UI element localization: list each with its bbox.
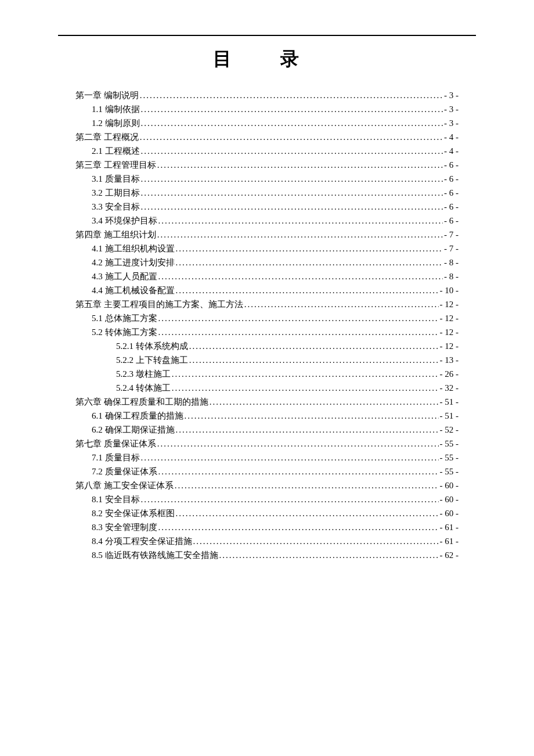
toc-leader-dots (172, 381, 439, 395)
toc-entry-label: 6.2 确保工期保证措施 (92, 423, 175, 437)
page-title: 目 录 (58, 46, 476, 72)
toc-entry-label: 5.2 转体施工方案 (92, 325, 157, 339)
toc-entry-label: 4.1 施工组织机构设置 (92, 242, 175, 255)
toc-entry-label: 7.2 质量保证体系 (92, 465, 157, 478)
toc-entry: 4.4 施工机械设备配置- 10 - (75, 283, 459, 297)
toc-entry: 8.5 临近既有铁路线施工安全措施- 62 - (75, 548, 459, 562)
toc-entry-label: 第二章 工程概况 (75, 130, 139, 144)
toc-entry-label: 第六章 确保工程质量和工期的措施 (75, 395, 208, 409)
toc-entry: 1.2 编制原则- 3 - (75, 116, 459, 130)
toc-leader-dots (158, 311, 439, 325)
toc-entry-label: 6.1 确保工程质量的措施 (92, 409, 183, 423)
toc-entry-page: - 6 - (444, 158, 459, 172)
toc-leader-dots (141, 116, 443, 130)
toc-entry-page: - 6 - (444, 200, 459, 214)
toc-entry: 4.1 施工组织机构设置- 7 - (75, 242, 459, 255)
toc-entry: 8.4 分项工程安全保证措施- 61 - (75, 534, 459, 548)
toc-entry: 8.1 安全目标- 60 - (75, 492, 459, 506)
toc-entry-page: - 60 - (440, 478, 459, 492)
document-page: 目 录 第一章 编制说明- 3 -1.1 编制依据- 3 -1.2 编制原则- … (0, 0, 534, 756)
toc-entry: 3.4 环境保护目标- 6 - (75, 214, 459, 228)
toc-entry-label: 1.2 编制原则 (92, 116, 140, 130)
toc-entry: 4.2 施工进度计划安排- 8 - (75, 255, 459, 269)
toc-entry: 7.1 质量目标- 55 - (75, 451, 459, 465)
toc-entry-page: - 12 - (440, 297, 459, 311)
toc-leader-dots (176, 283, 439, 297)
toc-entry-page: - 13 - (440, 353, 459, 367)
toc-entry: 8.2 安全保证体系框图- 60 - (75, 506, 459, 520)
toc-entry: 第六章 确保工程质量和工期的措施- 51 - (75, 395, 459, 409)
toc-leader-dots (158, 325, 439, 339)
table-of-contents: 第一章 编制说明- 3 -1.1 编制依据- 3 -1.2 编制原则- 3 -第… (75, 88, 459, 562)
toc-entry-label: 8.1 安全目标 (92, 492, 140, 506)
toc-entry: 6.1 确保工程质量的措施- 51 - (75, 409, 459, 423)
toc-entry-page: - 55 - (440, 437, 459, 451)
toc-entry-label: 3.1 质量目标 (92, 172, 140, 186)
toc-leader-dots (158, 520, 439, 534)
toc-leader-dots (141, 172, 443, 186)
toc-leader-dots (175, 478, 439, 492)
toc-leader-dots (185, 409, 439, 423)
toc-entry: 第八章 施工安全保证体系- 60 - (75, 478, 459, 492)
toc-entry-label: 5.2.2 上下转盘施工 (116, 353, 188, 367)
toc-leader-dots (140, 130, 443, 144)
toc-entry: 3.1 质量目标- 6 - (75, 172, 459, 186)
toc-leader-dots (141, 102, 443, 116)
toc-entry: 5.2.1 转体系统构成- 12 - (75, 339, 459, 353)
toc-entry-page: - 4 - (444, 144, 459, 158)
toc-leader-dots (219, 548, 439, 562)
toc-entry-page: - 32 - (440, 381, 459, 395)
toc-entry: 6.2 确保工期保证措施- 52 - (75, 423, 459, 437)
toc-entry: 第二章 工程概况- 4 - (75, 130, 459, 144)
toc-entry: 8.3 安全管理制度- 61 - (75, 520, 459, 534)
toc-entry-page: - 3 - (444, 102, 459, 116)
toc-entry-label: 第四章 施工组织计划 (75, 228, 156, 242)
toc-entry-page: - 55 - (440, 465, 459, 478)
toc-leader-dots (189, 353, 439, 367)
toc-entry-page: - 7 - (444, 242, 459, 255)
toc-entry-page: - 12 - (440, 339, 459, 353)
toc-entry: 第三章 工程管理目标- 6 - (75, 158, 459, 172)
toc-entry-page: - 51 - (440, 395, 459, 409)
toc-entry-label: 3.4 环境保护目标 (92, 214, 157, 228)
toc-entry: 第一章 编制说明- 3 - (75, 88, 459, 102)
toc-entry: 5.2.3 墩柱施工- 26 - (75, 367, 459, 381)
toc-entry-page: - 51 - (440, 409, 459, 423)
toc-entry-label: 4.3 施工人员配置 (92, 269, 157, 283)
toc-leader-dots (172, 367, 439, 381)
toc-entry-label: 第八章 施工安全保证体系 (75, 478, 174, 492)
toc-entry-page: - 4 - (444, 130, 459, 144)
toc-entry-label: 7.1 质量目标 (92, 451, 140, 465)
toc-leader-dots (244, 297, 439, 311)
toc-leader-dots (158, 269, 443, 283)
toc-entry-page: - 26 - (440, 367, 459, 381)
toc-entry-page: - 8 - (444, 255, 459, 269)
toc-entry-label: 第五章 主要工程项目的施工方案、施工方法 (75, 297, 243, 311)
toc-leader-dots (157, 228, 443, 242)
toc-entry-label: 8.3 安全管理制度 (92, 520, 157, 534)
toc-entry-page: - 55 - (440, 451, 459, 465)
toc-entry: 5.2 转体施工方案- 12 - (75, 325, 459, 339)
toc-entry: 5.2.2 上下转盘施工- 13 - (75, 353, 459, 367)
toc-leader-dots (141, 451, 439, 465)
toc-entry: 第七章 质量保证体系- 55 - (75, 437, 459, 451)
toc-entry-page: - 6 - (444, 214, 459, 228)
toc-entry-label: 8.2 安全保证体系框图 (92, 506, 175, 520)
toc-entry: 4.3 施工人员配置- 8 - (75, 269, 459, 283)
toc-leader-dots (189, 339, 439, 353)
toc-entry-label: 5.1 总体施工方案 (92, 311, 157, 325)
toc-entry-label: 8.5 临近既有铁路线施工安全措施 (92, 548, 218, 562)
toc-entry-label: 5.2.3 墩柱施工 (116, 367, 171, 381)
toc-entry-page: - 12 - (440, 325, 459, 339)
toc-leader-dots (210, 395, 439, 409)
toc-leader-dots (157, 437, 439, 451)
toc-leader-dots (141, 144, 443, 158)
toc-entry-page: - 3 - (444, 116, 459, 130)
toc-leader-dots (141, 186, 443, 200)
toc-entry-label: 第三章 工程管理目标 (75, 158, 156, 172)
toc-entry-page: - 12 - (440, 311, 459, 325)
toc-entry-label: 3.2 工期目标 (92, 186, 140, 200)
toc-entry-page: - 61 - (440, 520, 459, 534)
toc-entry: 第五章 主要工程项目的施工方案、施工方法- 12 - (75, 297, 459, 311)
toc-entry-label: 2.1 工程概述 (92, 144, 140, 158)
